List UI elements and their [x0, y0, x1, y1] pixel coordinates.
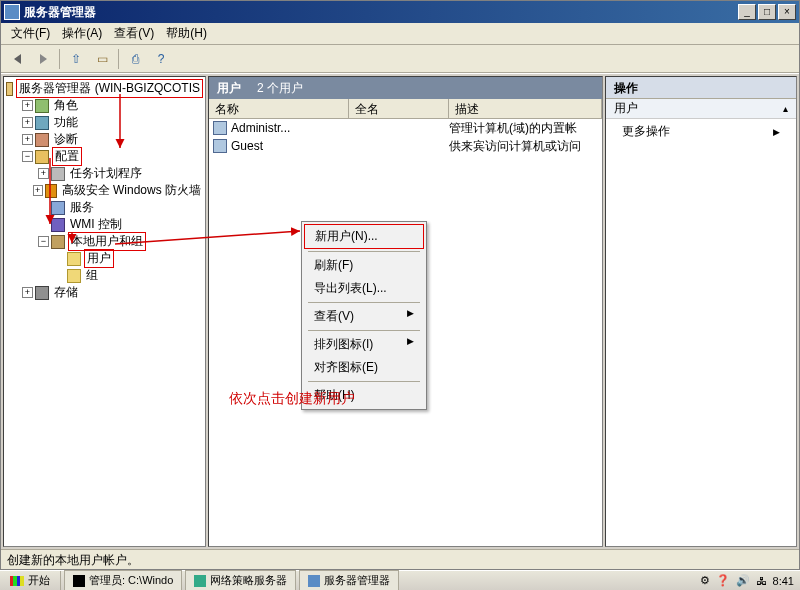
actions-panel: 操作 用户 ▴ 更多操作 ▶	[605, 76, 797, 547]
tray-icon[interactable]: ❓	[716, 574, 730, 587]
toolbar-properties-button[interactable]: ▭	[90, 48, 114, 70]
menu-view[interactable]: 查看(V)▶	[304, 305, 424, 328]
tree-firewall[interactable]: + 高级安全 Windows 防火墙	[6, 182, 203, 199]
minimize-button[interactable]: _	[738, 4, 756, 20]
actions-header: 操作	[606, 77, 796, 99]
diagnostics-icon	[35, 133, 49, 147]
tray-icon[interactable]: 🔊	[736, 574, 750, 587]
expander-icon[interactable]: +	[33, 185, 43, 196]
tree-features[interactable]: + 功能	[6, 114, 203, 131]
menu-separator	[308, 302, 420, 303]
system-tray: ⚙ ❓ 🔊 🖧 8:41	[694, 572, 800, 589]
menu-new-user[interactable]: 新用户(N)...	[304, 224, 424, 249]
tree-panel: 服务器管理器 (WIN-BGIZQCOTIS + 角色 + 功能 + 诊断	[3, 76, 206, 547]
col-name[interactable]: 名称	[209, 99, 349, 118]
tree-task-scheduler[interactable]: + 任务计划程序	[6, 165, 203, 182]
features-icon	[35, 116, 49, 130]
task-scheduler-icon	[51, 167, 65, 181]
toolbar-up-button[interactable]: ⇧	[64, 48, 88, 70]
maximize-button[interactable]: □	[758, 4, 776, 20]
menu-file[interactable]: 文件(F)	[5, 23, 56, 44]
windows-logo-icon	[10, 576, 24, 586]
server-icon	[6, 82, 13, 96]
tree-storage[interactable]: + 存储	[6, 284, 203, 301]
menu-separator	[308, 381, 420, 382]
tree-services[interactable]: 服务	[6, 199, 203, 216]
server-manager-icon	[308, 575, 320, 587]
configuration-icon	[35, 150, 49, 164]
menu-refresh[interactable]: 刷新(F)	[304, 254, 424, 277]
folder-icon	[67, 269, 81, 283]
context-menu: 新用户(N)... 刷新(F) 导出列表(L)... 查看(V)▶ 排列图标(I…	[301, 221, 427, 410]
user-icon	[213, 121, 227, 135]
expander-icon[interactable]: +	[38, 168, 49, 179]
tree-diagnostics[interactable]: + 诊断	[6, 131, 203, 148]
annotation-text: 依次点击创建新用户	[229, 390, 355, 408]
content-header: 用户 2 个用户	[209, 77, 602, 99]
close-button[interactable]: ×	[778, 4, 796, 20]
tree-wmi[interactable]: WMI 控制	[6, 216, 203, 233]
toolbar-help-button[interactable]: ?	[149, 48, 173, 70]
taskbar: 开始 管理员: C:\Windo 网络策略服务器 服务器管理器 ⚙ ❓ 🔊 🖧 …	[0, 570, 800, 590]
tree-users[interactable]: 用户	[6, 250, 203, 267]
chevron-right-icon: ▶	[773, 127, 780, 137]
tree-configuration[interactable]: − 配置	[6, 148, 203, 165]
tray-icon[interactable]: ⚙	[700, 574, 710, 587]
menu-view[interactable]: 查看(V)	[108, 23, 160, 44]
navigation-tree: 服务器管理器 (WIN-BGIZQCOTIS + 角色 + 功能 + 诊断	[4, 77, 205, 546]
toolbar-separator	[118, 49, 119, 69]
nav-back-button[interactable]	[5, 48, 29, 70]
clock[interactable]: 8:41	[773, 575, 794, 587]
cmd-icon	[73, 575, 85, 587]
toolbar-separator	[59, 49, 60, 69]
local-users-groups-icon	[51, 235, 65, 249]
title-bar: 服务器管理器 _ □ ×	[1, 1, 799, 23]
start-button[interactable]: 开始	[0, 571, 61, 590]
status-bar: 创建新的本地用户帐户。	[1, 549, 799, 569]
content-count: 2 个用户	[257, 80, 303, 97]
roles-icon	[35, 99, 49, 113]
expander-icon[interactable]: +	[22, 100, 33, 111]
tree-root[interactable]: 服务器管理器 (WIN-BGIZQCOTIS	[6, 80, 203, 97]
nps-icon	[194, 575, 206, 587]
menu-separator	[308, 330, 420, 331]
expander-icon[interactable]: +	[22, 287, 33, 298]
toolbar-export-button[interactable]: ⎙	[123, 48, 147, 70]
menu-help[interactable]: 帮助(H)	[160, 23, 213, 44]
menu-arrange-icons[interactable]: 排列图标(I)▶	[304, 333, 424, 356]
list-item[interactable]: Administr... 管理计算机(域)的内置帐	[209, 119, 602, 137]
list-item[interactable]: Guest 供来宾访问计算机或访问	[209, 137, 602, 155]
taskbar-item[interactable]: 服务器管理器	[299, 570, 399, 590]
folder-icon	[67, 252, 81, 266]
expander-icon[interactable]: +	[22, 117, 33, 128]
taskbar-item[interactable]: 管理员: C:\Windo	[64, 570, 182, 590]
wmi-icon	[51, 218, 65, 232]
menu-bar: 文件(F) 操作(A) 查看(V) 帮助(H)	[1, 23, 799, 45]
tree-local-users-groups[interactable]: − 本地用户和组	[6, 233, 203, 250]
services-icon	[51, 201, 65, 215]
expander-icon[interactable]: −	[22, 151, 33, 162]
more-actions-item[interactable]: 更多操作 ▶	[606, 119, 796, 144]
nav-forward-button[interactable]	[31, 48, 55, 70]
app-icon	[4, 4, 20, 20]
taskbar-item[interactable]: 网络策略服务器	[185, 570, 296, 590]
col-fullname[interactable]: 全名	[349, 99, 449, 118]
tree-roles[interactable]: + 角色	[6, 97, 203, 114]
actions-subheader: 用户 ▴	[606, 99, 796, 119]
expander-icon[interactable]: −	[38, 236, 49, 247]
toolbar: ⇧ ▭ ⎙ ?	[1, 45, 799, 73]
user-icon	[213, 139, 227, 153]
tree-groups[interactable]: 组	[6, 267, 203, 284]
col-desc[interactable]: 描述	[449, 99, 602, 118]
expander-icon[interactable]: +	[22, 134, 33, 145]
menu-export-list[interactable]: 导出列表(L)...	[304, 277, 424, 300]
column-headers: 名称 全名 描述	[209, 99, 602, 119]
chevron-up-icon[interactable]: ▴	[783, 103, 788, 114]
tree-root-label: 服务器管理器 (WIN-BGIZQCOTIS	[16, 79, 203, 98]
firewall-icon	[45, 184, 57, 198]
menu-align-icons[interactable]: 对齐图标(E)	[304, 356, 424, 379]
tray-network-icon[interactable]: 🖧	[756, 575, 767, 587]
window-title: 服务器管理器	[24, 4, 738, 21]
menu-separator	[308, 251, 420, 252]
menu-action[interactable]: 操作(A)	[56, 23, 108, 44]
